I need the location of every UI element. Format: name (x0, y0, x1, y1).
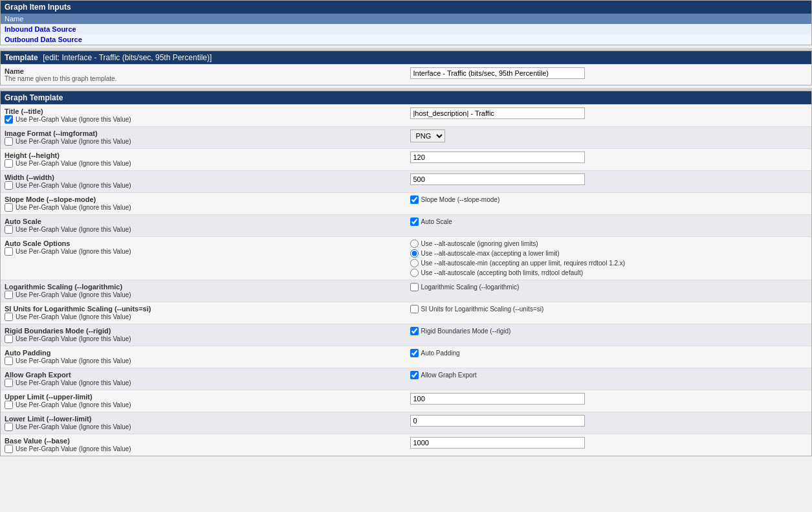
width-label-col: Width (--width) Use Per-Graph Value (Ign… (1, 171, 406, 192)
rigid-inner-label[interactable]: Rigid Boundaries Mode (--rigid) (410, 327, 808, 335)
autoscale-options-checkbox[interactable] (5, 247, 13, 256)
upperlimit-value-col (406, 390, 812, 412)
height-checkbox-label[interactable]: Use Per-Graph Value (Ignore this Value) (5, 159, 402, 168)
autoscale-checkbox-label[interactable]: Use Per-Graph Value (Ignore this Value) (5, 225, 402, 234)
lowerlimit-label-col: Lower Limit (--lower-limit) Use Per-Grap… (1, 412, 406, 434)
slope-checkbox[interactable] (5, 203, 13, 212)
template-name-label-col: Name The name given to this graph templa… (1, 65, 406, 85)
height-input[interactable] (410, 151, 585, 163)
autoscale-value-col: Auto Scale (406, 215, 812, 236)
height-value-col (406, 149, 812, 170)
autoscale-inner-checkbox[interactable] (410, 217, 419, 226)
autoscale-inner-label[interactable]: Auto Scale (410, 217, 808, 226)
autopad-checkbox-label[interactable]: Use Per-Graph Value (Ignore this Value) (5, 357, 402, 365)
export-checkbox-label[interactable]: Use Per-Graph Value (Ignore this Value) (5, 379, 402, 387)
basevalue-label-col: Base Value (--base) Use Per-Graph Value … (1, 434, 406, 456)
log-inner-label[interactable]: Logarithmic Scaling (--logarithmic) (410, 283, 808, 291)
rigid-checkbox-label[interactable]: Use Per-Graph Value (Ignore this Value) (5, 335, 402, 343)
autopad-inner-label[interactable]: Auto Padding (410, 349, 808, 357)
slope-label-col: Slope Mode (--slope-mode) Use Per-Graph … (1, 193, 406, 214)
si-label-col: SI Units for Logarithmic Scaling (--unit… (1, 302, 406, 324)
lowerlimit-value-col (406, 412, 812, 434)
lowerlimit-checkbox[interactable] (5, 423, 13, 431)
si-inner-label[interactable]: SI Units for Logarithmic Scaling (--unit… (410, 305, 808, 313)
autoscale-radio-3[interactable]: Use --alt-autoscale (accepting both limi… (410, 269, 808, 277)
si-inner-checkbox[interactable] (410, 305, 419, 313)
width-input[interactable] (410, 173, 585, 185)
upperlimit-checkbox[interactable] (5, 401, 13, 409)
template-name-value-col (406, 65, 812, 85)
log-label: Logarithmic Scaling (--logarithmic) (5, 283, 402, 291)
title-label: Title (--title) (5, 107, 402, 115)
slope-inner-label[interactable]: Slope Mode (--slope-mode) (410, 195, 808, 204)
export-value-col: Allow Graph Export (406, 368, 812, 390)
imgformat-checkbox-label[interactable]: Use Per-Graph Value (Ignore this Value) (5, 137, 402, 146)
autoscale-radio-2[interactable]: Use --alt-autoscale-min (accepting an up… (410, 259, 808, 267)
export-checkbox[interactable] (5, 379, 13, 387)
title-checkbox-label[interactable]: Use Per-Graph Value (Ignore this Value) (5, 115, 402, 124)
autoscale-options-value-col: Use --alt-autoscale (ignoring given limi… (406, 237, 812, 280)
graph-item-inputs-header: Graph Item Inputs (1, 1, 811, 14)
export-label: Allow Graph Export (5, 371, 402, 379)
rigid-value-col: Rigid Boundaries Mode (--rigid) (406, 324, 812, 346)
log-value-col: Logarithmic Scaling (--logarithmic) (406, 280, 812, 302)
imgformat-select[interactable]: PNG GIF SVG (410, 129, 445, 142)
width-value-col (406, 171, 812, 192)
slope-checkbox-label[interactable]: Use Per-Graph Value (Ignore this Value) (5, 203, 402, 212)
slope-inner-checkbox[interactable] (410, 195, 419, 204)
width-checkbox-label[interactable]: Use Per-Graph Value (Ignore this Value) (5, 181, 402, 190)
graph-template-header: Graph Template (1, 91, 811, 104)
si-value-col: SI Units for Logarithmic Scaling (--unit… (406, 302, 812, 324)
graph-template-title: Graph Template (5, 93, 63, 102)
template-bracket: [edit: Interface - Traffic (bits/sec, 95… (43, 53, 212, 62)
template-name-desc: The name given to this graph template. (5, 75, 402, 82)
autopad-checkbox[interactable] (5, 357, 13, 365)
title-label-col: Title (--title) Use Per-Graph Value (Ign… (1, 105, 406, 126)
template-name-input[interactable] (410, 67, 585, 79)
title-value-col (406, 105, 812, 126)
lowerlimit-input[interactable] (410, 415, 585, 427)
autoscale-label-col: Auto Scale Use Per-Graph Value (Ignore t… (1, 215, 406, 236)
autopad-inner-checkbox[interactable] (410, 349, 419, 357)
autoscale-radio-1[interactable]: Use --alt-autoscale-max (accepting a low… (410, 249, 808, 258)
imgformat-checkbox[interactable] (5, 137, 13, 146)
rigid-label-col: Rigid Boundaries Mode (--rigid) Use Per-… (1, 324, 406, 346)
export-inner-label[interactable]: Allow Graph Export (410, 371, 808, 379)
log-inner-checkbox[interactable] (410, 283, 419, 291)
template-header: Template [edit: Interface - Traffic (bit… (1, 51, 811, 64)
upperlimit-label: Upper Limit (--upper-limit) (5, 393, 402, 401)
lowerlimit-checkbox-label[interactable]: Use Per-Graph Value (Ignore this Value) (5, 423, 402, 431)
name-column-header: Name (1, 14, 811, 24)
si-checkbox-label[interactable]: Use Per-Graph Value (Ignore this Value) (5, 313, 402, 321)
title-checkbox[interactable] (5, 115, 13, 124)
autoscale-checkbox[interactable] (5, 225, 13, 234)
basevalue-input[interactable] (410, 437, 585, 449)
imgformat-label-col: Image Format (--imgformat) Use Per-Graph… (1, 127, 406, 148)
si-checkbox[interactable] (5, 313, 13, 321)
autopad-value-col: Auto Padding (406, 346, 812, 368)
log-checkbox-label[interactable]: Use Per-Graph Value (Ignore this Value) (5, 291, 402, 299)
width-label: Width (--width) (5, 173, 402, 181)
autoscale-options-checkbox-label[interactable]: Use Per-Graph Value (Ignore this Value) (5, 247, 402, 256)
inbound-data-source-link[interactable]: Inbound Data Source (5, 25, 76, 33)
lowerlimit-label: Lower Limit (--lower-limit) (5, 415, 402, 423)
autoscale-options-label-col: Auto Scale Options Use Per-Graph Value (… (1, 237, 406, 280)
basevalue-checkbox-label[interactable]: Use Per-Graph Value (Ignore this Value) (5, 445, 402, 453)
upperlimit-input[interactable] (410, 393, 585, 405)
si-label: SI Units for Logarithmic Scaling (--unit… (5, 305, 402, 313)
export-inner-checkbox[interactable] (410, 371, 419, 379)
height-checkbox[interactable] (5, 159, 13, 168)
rigid-inner-checkbox[interactable] (410, 327, 419, 335)
title-input[interactable] (410, 107, 585, 119)
template-name-label: Name (5, 67, 402, 75)
height-label: Height (--height) (5, 151, 402, 159)
width-checkbox[interactable] (5, 181, 13, 190)
autoscale-options-radio-group: Use --alt-autoscale (ignoring given limi… (410, 239, 808, 277)
rigid-checkbox[interactable] (5, 335, 13, 343)
basevalue-checkbox[interactable] (5, 445, 13, 453)
outbound-data-source-link[interactable]: Outbound Data Source (5, 36, 82, 43)
log-checkbox[interactable] (5, 291, 13, 299)
autoscale-radio-0[interactable]: Use --alt-autoscale (ignoring given limi… (410, 239, 808, 248)
upperlimit-checkbox-label[interactable]: Use Per-Graph Value (Ignore this Value) (5, 401, 402, 409)
slope-value-col: Slope Mode (--slope-mode) (406, 193, 812, 214)
